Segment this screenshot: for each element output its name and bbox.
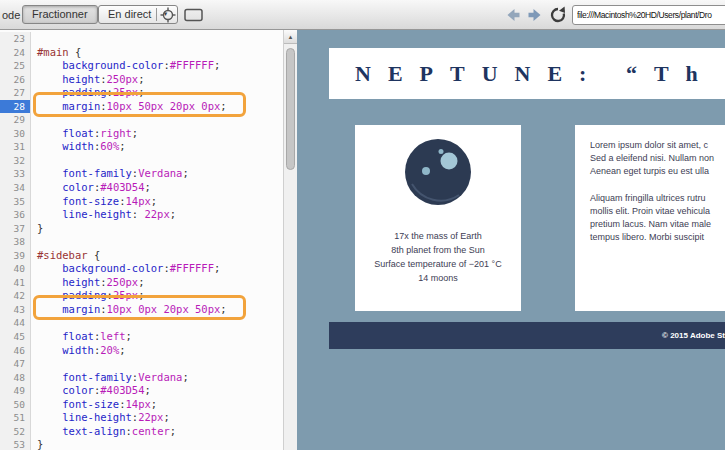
code-line[interactable]: 49 color:#403D54; (0, 384, 283, 398)
line-number[interactable]: 46 (0, 344, 31, 358)
code-text: font-size:14px; (31, 398, 157, 412)
code-text: color:#403D54; (31, 181, 151, 195)
planet-fact-line: 8th planet from the Sun (355, 243, 521, 257)
code-view-button[interactable]: ode (2, 9, 20, 21)
code-line[interactable]: 36 line-height: 22px; (0, 208, 283, 222)
active-line-number[interactable]: 28 (0, 100, 31, 114)
back-button[interactable] (505, 8, 521, 26)
code-line[interactable]: 37} (0, 222, 283, 236)
code-text: } (31, 438, 43, 450)
code-line[interactable]: 27 padding:25px; (0, 86, 283, 100)
line-number[interactable]: 49 (0, 384, 31, 398)
paragraph-line: Lorem ipsum dolor sit amet, c (590, 139, 725, 152)
code-line[interactable]: 35 font-size:14px; (0, 195, 283, 209)
code-text (31, 32, 37, 46)
code-line[interactable]: 23 (0, 32, 283, 46)
code-line[interactable]: 31 width:60%; (0, 140, 283, 154)
code-text: font-size:14px; (31, 195, 157, 209)
code-line[interactable]: 24#main { (0, 46, 283, 60)
line-number[interactable]: 27 (0, 86, 31, 100)
line-number[interactable]: 33 (0, 167, 31, 181)
line-number[interactable]: 38 (0, 235, 31, 249)
code-text: line-height: 22px; (31, 208, 176, 222)
line-number[interactable]: 23 (0, 32, 31, 46)
inspect-crosshair-icon[interactable] (160, 7, 176, 27)
line-number[interactable]: 44 (0, 316, 31, 330)
line-number[interactable]: 34 (0, 181, 31, 195)
forward-button[interactable] (527, 8, 543, 26)
code-line[interactable]: 30 float:right; (0, 127, 283, 141)
footer-copyright-text: © 2015 Adobe St (662, 331, 725, 340)
line-number[interactable]: 35 (0, 195, 31, 209)
code-text: margin:10px 0px 20px 50px; (31, 303, 227, 317)
code-line[interactable]: 52 text-align:center; (0, 425, 283, 439)
line-number[interactable]: 37 (0, 222, 31, 236)
scrollbar-thumb[interactable] (286, 48, 295, 170)
device-preview-icon[interactable] (184, 8, 204, 27)
lorem-paragraph-2: Aliquam fringilla ultrices rutrumollis e… (590, 192, 725, 245)
code-line[interactable]: 40 background-color:#FFFFFF; (0, 262, 283, 276)
code-editor[interactable]: 2324#main {25 background-color:#FFFFFF;2… (0, 30, 283, 450)
code-line[interactable]: 32 (0, 154, 283, 168)
code-line[interactable]: 33 font-family:Verdana; (0, 167, 283, 181)
split-view-button[interactable]: Fractionner (22, 5, 98, 24)
line-number[interactable]: 53 (0, 438, 31, 450)
line-number[interactable]: 24 (0, 46, 31, 60)
line-number[interactable]: 48 (0, 371, 31, 385)
editor-scrollbar[interactable]: ▲ (283, 30, 297, 450)
code-text: padding:25px; (31, 86, 145, 100)
code-line[interactable]: 25 background-color:#FFFFFF; (0, 59, 283, 73)
code-text: float:left; (31, 330, 132, 344)
preview-page-header: NEPTUNE: “Th (329, 48, 725, 99)
line-number[interactable]: 43 (0, 303, 31, 317)
split-view-label: Fractionner (32, 6, 88, 23)
code-line[interactable]: 26 height:250px; (0, 73, 283, 87)
line-number[interactable]: 50 (0, 398, 31, 412)
code-line[interactable]: 53} (0, 438, 283, 450)
line-number[interactable]: 45 (0, 330, 31, 344)
code-line[interactable]: 28 margin:10px 50px 20px 0px; (0, 100, 283, 114)
code-line[interactable]: 48 font-family:Verdana; (0, 371, 283, 385)
code-text: padding:25px; (31, 289, 145, 303)
line-number[interactable]: 39 (0, 249, 31, 263)
line-number[interactable]: 42 (0, 289, 31, 303)
code-line[interactable]: 39#sidebar { (0, 249, 283, 263)
code-line[interactable]: 29 (0, 113, 283, 127)
code-text: height:250px; (31, 73, 144, 87)
refresh-button[interactable] (549, 6, 567, 27)
line-number[interactable]: 29 (0, 113, 31, 127)
code-line[interactable]: 41 height:250px; (0, 276, 283, 290)
line-number[interactable]: 25 (0, 59, 31, 73)
line-number[interactable]: 51 (0, 411, 31, 425)
lorem-paragraph-1: Lorem ipsum dolor sit amet, cSed a eleif… (590, 139, 725, 179)
code-line[interactable]: 44 (0, 316, 283, 330)
code-line[interactable]: 34 color:#403D54; (0, 181, 283, 195)
line-number[interactable]: 26 (0, 73, 31, 87)
code-text: width:60%; (31, 140, 126, 154)
code-text: margin:10px 50px 20px 0px; (31, 100, 227, 114)
live-preview-panel[interactable]: NEPTUNE: “Th 17x the mass of Earth8th pl… (297, 30, 725, 450)
line-number[interactable]: 41 (0, 276, 31, 290)
line-number[interactable]: 30 (0, 127, 31, 141)
line-number[interactable]: 31 (0, 140, 31, 154)
code-line[interactable]: 50 font-size:14px; (0, 398, 283, 412)
code-line[interactable]: 51 line-height:22px; (0, 411, 283, 425)
code-line[interactable]: 47 (0, 357, 283, 371)
code-text: background-color:#FFFFFF; (31, 59, 220, 73)
back-arrow-icon (505, 8, 521, 22)
line-number[interactable]: 40 (0, 262, 31, 276)
line-number[interactable]: 52 (0, 425, 31, 439)
code-line[interactable]: 45 float:left; (0, 330, 283, 344)
url-field[interactable] (572, 5, 725, 25)
line-number[interactable]: 36 (0, 208, 31, 222)
code-text (31, 357, 37, 371)
code-line[interactable]: 46 width:20%; (0, 344, 283, 358)
planet-fact-line: Surface temperature of −201 °C (355, 257, 521, 271)
scroll-up-button[interactable]: ▲ (284, 30, 297, 44)
code-line[interactable]: 42 padding:25px; (0, 289, 283, 303)
page-title: NEPTUNE: “Th (355, 61, 715, 87)
line-number[interactable]: 32 (0, 154, 31, 168)
code-line[interactable]: 38 (0, 235, 283, 249)
line-number[interactable]: 47 (0, 357, 31, 371)
code-line[interactable]: 43 margin:10px 0px 20px 50px; (0, 303, 283, 317)
